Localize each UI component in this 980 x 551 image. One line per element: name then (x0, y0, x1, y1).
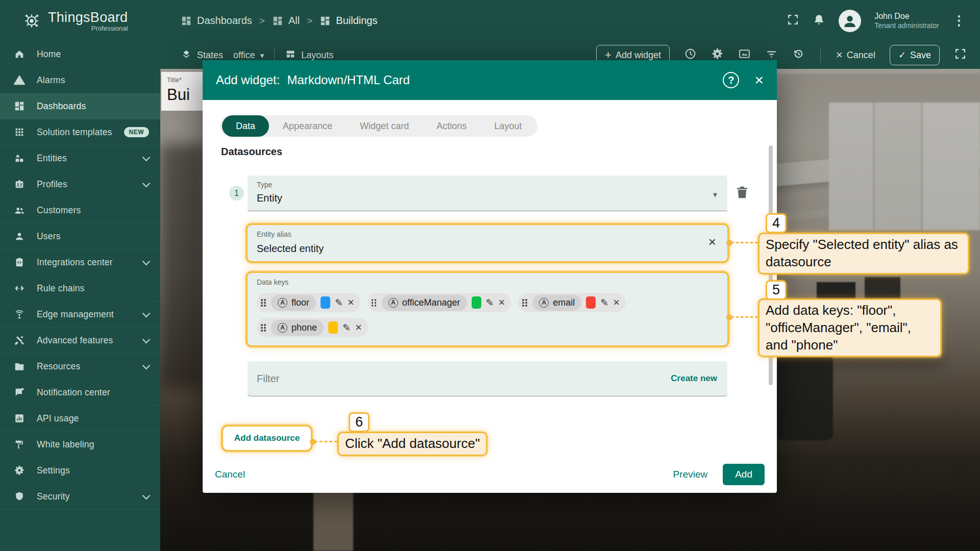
breadcrumb-dashboards[interactable]: Dashboards (181, 15, 252, 27)
resources-folder-icon (13, 360, 26, 372)
breadcrumb-label: Dashboards (197, 15, 252, 27)
key-color-swatch[interactable] (586, 296, 596, 309)
sidebar-item-users[interactable]: Users (0, 223, 160, 249)
save-label: Save (910, 50, 931, 61)
datasource-type-select[interactable]: Type Entity (248, 176, 727, 211)
brand-name: ThingsBoard (48, 10, 128, 26)
chevron-down-icon (260, 50, 264, 61)
sidebar-item-alarms[interactable]: Alarms (0, 67, 160, 93)
remove-key-icon[interactable] (355, 322, 362, 333)
entity-alias-field[interactable]: Entity alias Selected entity (248, 225, 727, 261)
user-info[interactable]: John Doe Tenant administrator (874, 11, 939, 31)
remove-key-icon[interactable] (498, 297, 505, 308)
sidebar-item-solution-templates[interactable]: Solution templates NEW (0, 119, 160, 145)
attribute-icon (539, 298, 549, 308)
new-badge: NEW (124, 127, 150, 137)
edit-key-icon[interactable] (342, 322, 351, 334)
edit-key-icon[interactable] (600, 297, 608, 309)
save-dashboard-button[interactable]: Save (890, 45, 940, 65)
sidebar-item-resources[interactable]: Resources (0, 354, 160, 380)
sidebar-item-api-usage[interactable]: API usage (0, 406, 160, 432)
more-menu-icon[interactable] (952, 13, 966, 29)
profiles-icon (13, 178, 26, 190)
callout-4-text: Specify "Selected entity" alias as datas… (758, 233, 969, 274)
users-icon (13, 230, 26, 242)
edit-key-icon[interactable] (486, 297, 494, 309)
entity-alias-label: Entity alias (257, 230, 291, 238)
divider (820, 47, 821, 63)
close-dialog-icon[interactable] (754, 72, 764, 88)
dashboard-icon (181, 15, 192, 27)
chevron-down-icon (142, 361, 151, 369)
drag-handle-icon[interactable] (261, 323, 266, 332)
data-key-name: email (553, 297, 575, 308)
sidebar-item-edge-management[interactable]: Edge management (0, 302, 160, 328)
tab-appearance[interactable]: Appearance (269, 115, 346, 137)
sidebar-item-advanced-features[interactable]: Advanced features (0, 328, 160, 354)
data-key-chip-email[interactable]: email (518, 293, 626, 312)
fullscreen-icon[interactable] (954, 47, 967, 63)
clear-alias-icon[interactable] (708, 235, 716, 248)
data-key-name: officeManager (402, 297, 460, 308)
add-datasource-button[interactable]: Add datasource (223, 427, 311, 450)
sidebar-item-dashboards[interactable]: Dashboards (0, 93, 160, 119)
sidebar-item-security[interactable]: Security (0, 484, 160, 510)
filter-field[interactable]: Filter Create new (248, 361, 727, 396)
delete-datasource-icon[interactable] (734, 185, 750, 202)
settings-gear-icon (13, 464, 26, 477)
breadcrumb-buildings[interactable]: Buildings (320, 15, 377, 27)
tab-layout[interactable]: Layout (480, 115, 535, 137)
attribute-icon (278, 298, 287, 308)
home-icon (13, 48, 26, 60)
remove-key-icon[interactable] (613, 297, 620, 308)
sidebar-item-entities[interactable]: Entities (0, 145, 160, 171)
dialog-add-button[interactable]: Add (723, 464, 765, 485)
edge-management-icon (13, 308, 26, 320)
remove-key-icon[interactable] (348, 297, 354, 308)
edit-key-icon[interactable] (335, 297, 343, 309)
create-new-filter-link[interactable]: Create new (671, 373, 717, 384)
datasources-heading: Datasources (221, 146, 282, 158)
close-icon (836, 49, 843, 61)
data-keys-label: Data keys (257, 278, 288, 286)
sidebar-item-home[interactable]: Home (0, 41, 160, 67)
key-color-swatch[interactable] (321, 296, 330, 309)
drag-handle-icon[interactable] (372, 298, 377, 307)
key-color-swatch[interactable] (328, 321, 338, 334)
thingsboard-logo-icon (20, 10, 43, 32)
app-header: ThingsBoard Professional Dashboards All … (0, 0, 980, 41)
cancel-edit-button[interactable]: Cancel (836, 49, 875, 61)
sidebar-item-rule-chains[interactable]: Rule chains (0, 276, 160, 302)
key-color-swatch[interactable] (472, 296, 481, 309)
breadcrumb-all[interactable]: All (272, 15, 300, 27)
data-key-chip-floor[interactable]: floor (257, 293, 360, 312)
tab-data[interactable]: Data (222, 115, 269, 137)
integrations-icon (13, 256, 26, 268)
fullscreen-icon[interactable] (787, 13, 799, 28)
sidebar-item-customers[interactable]: Customers (0, 197, 160, 223)
security-shield-icon (13, 490, 26, 503)
data-key-chip-officeManager[interactable]: officeManager (368, 293, 511, 312)
type-label: Type (257, 181, 272, 189)
solution-templates-icon (13, 126, 26, 138)
person-icon (841, 12, 859, 30)
dialog-preview-button[interactable]: Preview (673, 469, 708, 480)
drag-handle-icon[interactable] (261, 298, 266, 307)
data-key-chip-phone[interactable]: phone (257, 318, 368, 337)
brand-logo[interactable]: ThingsBoard Professional (0, 10, 160, 32)
tab-widget-card[interactable]: Widget card (346, 115, 423, 137)
version-history-icon[interactable] (792, 47, 805, 63)
sidebar-item-settings[interactable]: Settings (0, 458, 160, 484)
dropdown-arrow-icon[interactable] (713, 190, 717, 199)
sidebar-item-white-labeling[interactable]: White labeling (0, 432, 160, 458)
state-select-value[interactable]: office (233, 50, 255, 61)
help-icon[interactable] (723, 72, 739, 88)
dialog-cancel-button[interactable]: Cancel (215, 469, 245, 480)
sidebar-item-notification-center[interactable]: Notification center (0, 380, 160, 406)
sidebar-item-integrations-center[interactable]: Integrations center (0, 249, 160, 276)
sidebar-item-profiles[interactable]: Profiles (0, 171, 160, 197)
avatar[interactable] (839, 10, 861, 32)
notifications-bell-icon[interactable] (813, 13, 825, 28)
drag-handle-icon[interactable] (522, 298, 528, 307)
tab-actions[interactable]: Actions (423, 115, 480, 137)
